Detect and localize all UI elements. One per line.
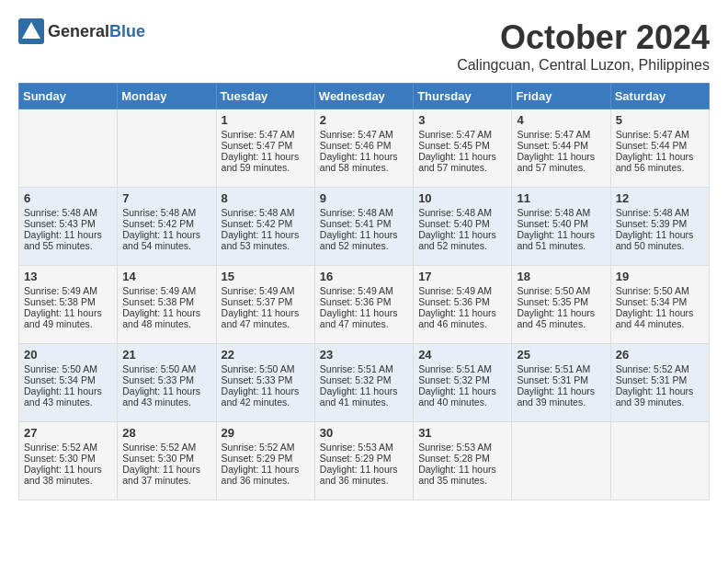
day-number: 12	[616, 191, 704, 205]
weekday-header-saturday: Saturday	[610, 84, 709, 109]
day-info: Daylight: 11 hours and 49 minutes.	[24, 307, 112, 329]
day-number: 5	[616, 113, 704, 127]
day-info: Daylight: 11 hours and 59 minutes.	[222, 151, 310, 173]
day-number: 13	[24, 270, 112, 283]
day-info: Daylight: 11 hours and 35 minutes.	[418, 464, 506, 486]
weekday-header-tuesday: Tuesday	[216, 84, 314, 109]
day-info: Daylight: 11 hours and 56 minutes.	[616, 151, 704, 173]
weekday-header-friday: Friday	[512, 84, 610, 109]
day-info: Sunrise: 5:52 AM	[24, 442, 112, 453]
calendar-cell: 9Sunrise: 5:48 AMSunset: 5:41 PMDaylight…	[314, 188, 413, 266]
day-info: Sunset: 5:30 PM	[122, 453, 210, 464]
day-number: 1	[222, 113, 310, 127]
calendar-cell	[118, 109, 216, 188]
day-info: Sunrise: 5:52 AM	[616, 363, 704, 374]
day-info: Daylight: 11 hours and 48 minutes.	[122, 307, 210, 329]
day-info: Sunset: 5:37 PM	[222, 296, 310, 307]
page-header: GeneralBlue October 2024 Calingcuan, Cen…	[18, 18, 710, 74]
logo-icon	[18, 18, 44, 44]
day-info: Sunrise: 5:47 AM	[320, 129, 408, 140]
day-info: Sunset: 5:44 PM	[616, 140, 704, 151]
day-info: Sunset: 5:34 PM	[616, 296, 704, 307]
calendar-cell: 27Sunrise: 5:52 AMSunset: 5:30 PMDayligh…	[19, 422, 118, 500]
calendar-cell: 23Sunrise: 5:51 AMSunset: 5:32 PMDayligh…	[314, 344, 413, 422]
day-number: 26	[616, 348, 704, 362]
day-number: 30	[320, 426, 408, 440]
calendar-cell: 20Sunrise: 5:50 AMSunset: 5:34 PMDayligh…	[19, 344, 118, 422]
day-info: Sunset: 5:40 PM	[418, 218, 506, 229]
day-info: Daylight: 11 hours and 54 minutes.	[122, 229, 210, 251]
day-number: 20	[24, 348, 112, 362]
day-info: Sunrise: 5:48 AM	[320, 207, 408, 218]
calendar-cell: 2Sunrise: 5:47 AMSunset: 5:46 PMDaylight…	[314, 109, 413, 188]
calendar-cell: 19Sunrise: 5:50 AMSunset: 5:34 PMDayligh…	[610, 266, 709, 344]
day-info: Sunrise: 5:50 AM	[222, 363, 310, 374]
day-info: Sunrise: 5:48 AM	[418, 207, 506, 218]
day-info: Daylight: 11 hours and 45 minutes.	[517, 307, 605, 329]
day-info: Sunset: 5:43 PM	[24, 218, 112, 229]
day-number: 31	[418, 426, 506, 440]
day-info: Daylight: 11 hours and 53 minutes.	[222, 229, 310, 251]
calendar-week-1: 1Sunrise: 5:47 AMSunset: 5:47 PMDaylight…	[19, 109, 710, 188]
day-info: Sunset: 5:45 PM	[418, 140, 506, 151]
day-info: Sunrise: 5:47 AM	[517, 129, 605, 140]
day-info: Daylight: 11 hours and 44 minutes.	[616, 307, 704, 329]
day-number: 15	[222, 270, 310, 283]
day-number: 29	[222, 426, 310, 440]
calendar-cell: 13Sunrise: 5:49 AMSunset: 5:38 PMDayligh…	[19, 266, 118, 344]
day-info: Daylight: 11 hours and 38 minutes.	[24, 464, 112, 486]
day-info: Sunset: 5:35 PM	[517, 296, 605, 307]
calendar-cell: 14Sunrise: 5:49 AMSunset: 5:38 PMDayligh…	[118, 266, 216, 344]
calendar-cell: 5Sunrise: 5:47 AMSunset: 5:44 PMDaylight…	[610, 109, 709, 188]
month-title: October 2024	[457, 18, 710, 57]
day-number: 2	[320, 113, 408, 127]
day-info: Daylight: 11 hours and 51 minutes.	[517, 229, 605, 251]
day-number: 6	[24, 191, 112, 205]
day-info: Sunset: 5:32 PM	[320, 374, 408, 385]
day-info: Sunset: 5:46 PM	[320, 140, 408, 151]
day-info: Sunset: 5:29 PM	[320, 453, 408, 464]
calendar-cell: 21Sunrise: 5:50 AMSunset: 5:33 PMDayligh…	[118, 344, 216, 422]
weekday-header-sunday: Sunday	[19, 84, 118, 109]
calendar-cell: 29Sunrise: 5:52 AMSunset: 5:29 PMDayligh…	[216, 422, 314, 500]
day-info: Sunrise: 5:53 AM	[320, 442, 408, 453]
calendar-cell: 16Sunrise: 5:49 AMSunset: 5:36 PMDayligh…	[314, 266, 413, 344]
day-info: Sunrise: 5:51 AM	[320, 363, 408, 374]
day-info: Sunrise: 5:48 AM	[517, 207, 605, 218]
day-info: Sunrise: 5:47 AM	[418, 129, 506, 140]
day-info: Daylight: 11 hours and 36 minutes.	[222, 464, 310, 486]
title-area: October 2024 Calingcuan, Central Luzon, …	[457, 18, 710, 74]
day-info: Sunrise: 5:50 AM	[616, 285, 704, 296]
day-info: Daylight: 11 hours and 39 minutes.	[616, 385, 704, 408]
day-number: 28	[122, 426, 210, 440]
calendar-cell	[610, 422, 709, 500]
calendar-cell: 25Sunrise: 5:51 AMSunset: 5:31 PMDayligh…	[512, 344, 610, 422]
day-info: Sunset: 5:44 PM	[517, 140, 605, 151]
day-number: 21	[122, 348, 210, 362]
calendar-week-4: 20Sunrise: 5:50 AMSunset: 5:34 PMDayligh…	[19, 344, 710, 422]
calendar-cell: 6Sunrise: 5:48 AMSunset: 5:43 PMDaylight…	[19, 188, 118, 266]
day-number: 24	[418, 348, 506, 362]
calendar-cell	[512, 422, 610, 500]
day-info: Sunrise: 5:49 AM	[122, 285, 210, 296]
day-number: 9	[320, 191, 408, 205]
day-info: Sunrise: 5:49 AM	[418, 285, 506, 296]
day-info: Daylight: 11 hours and 52 minutes.	[418, 229, 506, 251]
day-number: 17	[418, 270, 506, 283]
day-info: Sunrise: 5:48 AM	[616, 207, 704, 218]
day-info: Sunset: 5:33 PM	[222, 374, 310, 385]
calendar-cell: 18Sunrise: 5:50 AMSunset: 5:35 PMDayligh…	[512, 266, 610, 344]
day-info: Sunset: 5:38 PM	[24, 296, 112, 307]
day-number: 8	[222, 191, 310, 205]
calendar-cell: 12Sunrise: 5:48 AMSunset: 5:39 PMDayligh…	[610, 188, 709, 266]
calendar-cell: 31Sunrise: 5:53 AMSunset: 5:28 PMDayligh…	[414, 422, 512, 500]
day-info: Sunrise: 5:48 AM	[24, 207, 112, 218]
day-number: 23	[320, 348, 408, 362]
day-info: Sunrise: 5:48 AM	[222, 207, 310, 218]
day-number: 27	[24, 426, 112, 440]
day-info: Sunset: 5:40 PM	[517, 218, 605, 229]
day-info: Sunrise: 5:49 AM	[320, 285, 408, 296]
day-number: 22	[222, 348, 310, 362]
day-info: Sunset: 5:42 PM	[222, 218, 310, 229]
day-info: Daylight: 11 hours and 43 minutes.	[24, 385, 112, 408]
